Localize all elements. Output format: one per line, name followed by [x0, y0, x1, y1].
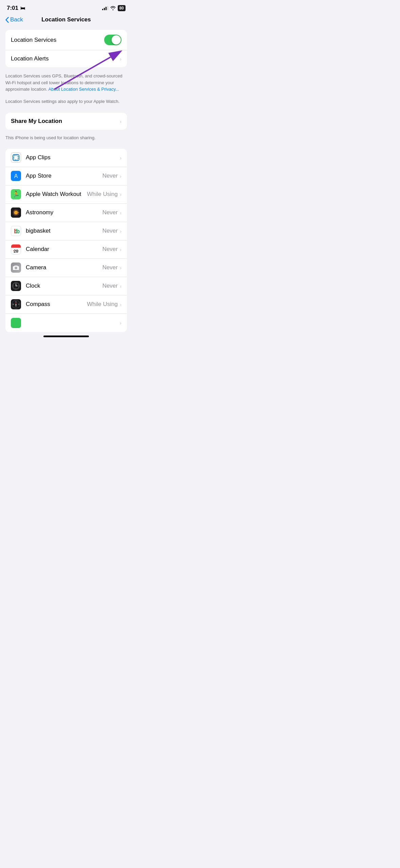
bigbasket-value: Never: [102, 228, 118, 234]
appstore-icon: A: [11, 171, 21, 181]
chevron-right-icon: ›: [120, 228, 121, 234]
back-label: Back: [10, 16, 23, 23]
chevron-right-icon: ›: [120, 302, 121, 307]
app-row-appclips[interactable]: App Clips ›: [5, 149, 127, 167]
app-row-workout[interactable]: 🏃 Apple Watch Workout While Using ›: [5, 185, 127, 204]
location-services-toggle[interactable]: [104, 35, 121, 45]
share-my-location-row[interactable]: Share My Location ›: [5, 113, 127, 130]
wifi-icon: [110, 6, 116, 10]
svg-rect-15: [11, 246, 21, 248]
apple-watch-note: Location Services settings also apply to…: [0, 98, 132, 110]
svg-text:A: A: [14, 173, 18, 179]
partial-app-icon: [11, 318, 21, 328]
chevron-left-icon: [5, 17, 9, 23]
time-text: 7:01: [7, 5, 18, 12]
appstore-name: App Store: [26, 173, 102, 179]
workout-icon: 🏃: [11, 189, 21, 199]
share-location-right: ›: [120, 119, 121, 124]
svg-text:b: b: [16, 228, 20, 235]
chevron-right-icon: ›: [120, 192, 121, 197]
sleep-icon: 🛏: [20, 5, 25, 11]
appstore-value: Never: [102, 173, 118, 179]
location-services-label: Location Services: [11, 37, 56, 43]
app-row-appstore[interactable]: A App Store Never ›: [5, 167, 127, 185]
svg-text:W: W: [13, 303, 14, 305]
svg-point-18: [16, 250, 17, 251]
svg-rect-3: [14, 156, 18, 160]
svg-point-19: [18, 250, 19, 251]
signal-icon: [102, 6, 108, 10]
astronomy-icon: [11, 207, 21, 218]
location-alerts-label: Location Alerts: [11, 55, 49, 62]
chevron-right-icon: ›: [120, 320, 121, 326]
status-time: 7:01 🛏: [7, 5, 25, 12]
location-services-card: Location Services Location Alerts ›: [5, 30, 127, 67]
nav-bar: Back Location Services: [0, 14, 132, 27]
chevron-right-icon: ›: [120, 210, 121, 216]
share-location-note: This iPhone is being used for location s…: [0, 132, 132, 146]
svg-point-26: [16, 286, 16, 286]
location-alerts-right: ›: [120, 56, 121, 62]
battery-icon: 80: [118, 5, 126, 11]
location-services-toggle-row[interactable]: Location Services: [5, 30, 127, 50]
compass-value: While Using: [87, 301, 118, 308]
svg-point-21: [15, 267, 17, 269]
share-location-card: Share My Location ›: [5, 113, 127, 130]
app-row-clock[interactable]: Clock Never ›: [5, 277, 127, 295]
clock-name: Clock: [26, 283, 102, 289]
battery-level: 80: [119, 6, 124, 11]
appclips-icon: [11, 152, 21, 163]
bigbasket-icon: b b: [11, 226, 21, 236]
calendar-icon: 28: [11, 244, 21, 254]
location-alerts-row[interactable]: Location Alerts ›: [5, 50, 127, 67]
chevron-right-icon: ›: [120, 283, 121, 289]
astronomy-value: Never: [102, 209, 118, 216]
chevron-right-icon: ›: [120, 155, 121, 161]
chevron-right-icon: ›: [120, 173, 121, 179]
top-section: Location Services Location Alerts › Loca…: [0, 30, 132, 110]
app-row-camera[interactable]: Camera Never ›: [5, 259, 127, 277]
clock-icon: [11, 281, 21, 291]
page-title: Location Services: [41, 16, 91, 23]
clock-value: Never: [102, 283, 118, 289]
svg-point-7: [14, 211, 18, 215]
app-row-astronomy[interactable]: Astronomy Never ›: [5, 204, 127, 222]
camera-value: Never: [102, 264, 118, 271]
svg-point-38: [13, 320, 19, 326]
chevron-right-icon: ›: [120, 247, 121, 252]
calendar-value: Never: [102, 246, 118, 253]
app-row-compass[interactable]: N S W E Compass While Using ›: [5, 295, 127, 314]
privacy-link[interactable]: About Location Services & Privacy...: [48, 87, 119, 92]
chevron-right-icon: ›: [120, 119, 121, 124]
svg-text:🏃: 🏃: [12, 191, 20, 198]
location-services-description: Location Services uses GPS, Bluetooth, a…: [0, 70, 132, 98]
status-bar: 7:01 🛏 80: [0, 0, 132, 14]
app-row-partial[interactable]: ›: [5, 314, 127, 332]
status-icons: 80: [102, 5, 126, 11]
workout-name: Apple Watch Workout: [26, 191, 87, 198]
chevron-right-icon: ›: [120, 265, 121, 271]
camera-name: Camera: [26, 264, 102, 271]
compass-icon: N S W E: [11, 299, 21, 309]
back-button[interactable]: Back: [5, 16, 23, 23]
home-indicator: [43, 336, 89, 337]
app-row-calendar[interactable]: 28 Calendar Never ›: [5, 240, 127, 259]
toggle-knob: [112, 35, 121, 44]
bigbasket-name: bigbasket: [26, 228, 102, 234]
workout-value: While Using: [87, 191, 118, 198]
share-location-label: Share My Location: [11, 118, 62, 125]
calendar-name: Calendar: [26, 246, 102, 253]
svg-text:28: 28: [14, 249, 18, 254]
appclips-name: App Clips: [26, 154, 120, 161]
camera-icon: [11, 263, 21, 273]
app-row-bigbasket[interactable]: b b bigbasket Never ›: [5, 222, 127, 240]
astronomy-name: Astronomy: [26, 209, 102, 216]
apple-watch-desc: Location Services settings also apply to…: [5, 99, 119, 104]
chevron-right-icon: ›: [120, 56, 121, 62]
svg-point-17: [13, 250, 14, 251]
compass-name: Compass: [26, 301, 87, 308]
app-list-card: App Clips › A App Store Never › 🏃 Apple …: [5, 149, 127, 332]
